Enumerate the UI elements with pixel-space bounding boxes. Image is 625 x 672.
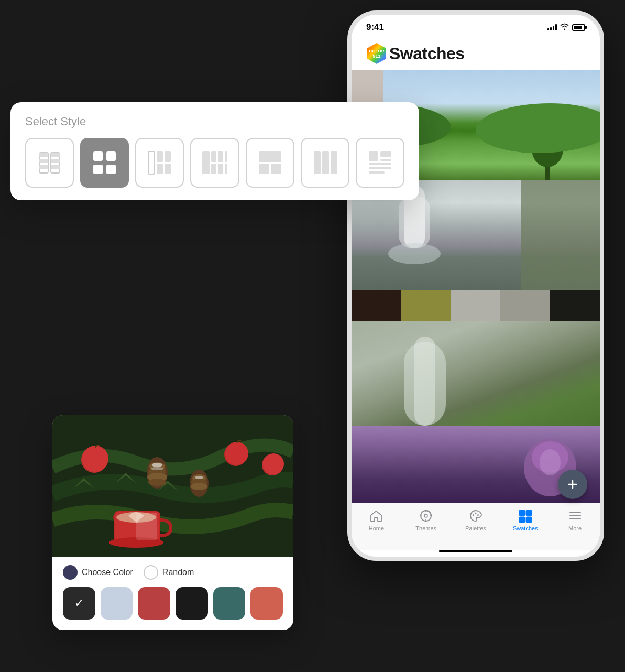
svg-rect-41 (106, 151, 116, 161)
signal-icon (547, 24, 557, 30)
svg-rect-56 (259, 151, 281, 162)
svg-rect-28 (526, 517, 532, 523)
color-swatch-2[interactable] (138, 587, 170, 620)
home-indicator (439, 550, 512, 552)
svg-rect-12 (414, 337, 435, 426)
random-radio[interactable] (144, 565, 158, 580)
svg-rect-57 (259, 164, 269, 174)
svg-rect-63 (380, 151, 391, 157)
svg-rect-58 (271, 164, 281, 174)
battery-icon (572, 24, 585, 31)
style-option-6[interactable] (301, 138, 349, 188)
svg-point-4 (532, 131, 563, 167)
random-label: Random (162, 568, 194, 577)
color-picker-card: Choose Color Random ✓ (52, 415, 293, 630)
svg-rect-46 (157, 164, 163, 174)
moss-rocks (521, 180, 600, 290)
svg-rect-25 (519, 510, 525, 516)
style-option-2[interactable] (80, 138, 129, 188)
moss-photo (352, 321, 600, 426)
svg-point-15 (540, 449, 561, 475)
tab-themes-label: Themes (415, 525, 436, 532)
svg-rect-53 (218, 164, 223, 174)
svg-rect-7 (399, 196, 430, 248)
select-style-title: Select Style (25, 115, 404, 128)
svg-point-72 (225, 442, 248, 465)
swatches-icon (518, 508, 533, 523)
svg-rect-51 (211, 164, 216, 174)
color-swatches-row: ✓ (63, 587, 283, 620)
svg-point-22 (473, 514, 474, 516)
svg-rect-27 (519, 517, 525, 523)
tab-palettes[interactable]: Palettes (451, 508, 501, 532)
svg-rect-67 (369, 171, 385, 174)
svg-point-70 (82, 446, 108, 472)
choose-color-label: Choose Color (82, 568, 133, 577)
style-option-7[interactable] (356, 138, 404, 188)
style-options (25, 138, 404, 188)
color-swatch-0[interactable]: ✓ (63, 587, 95, 620)
svg-point-17 (424, 514, 427, 517)
svg-text:COLOR: COLOR (369, 49, 385, 53)
svg-rect-39 (51, 165, 60, 169)
style-option-4[interactable] (190, 138, 239, 188)
svg-rect-65 (369, 163, 391, 165)
svg-point-86 (195, 476, 203, 479)
waterfall-art (362, 186, 467, 285)
svg-rect-38 (51, 159, 60, 163)
svg-rect-34 (39, 159, 48, 163)
svg-rect-37 (51, 153, 60, 157)
palette-colors-row (352, 290, 600, 321)
tab-swatches[interactable]: Swatches (500, 508, 550, 532)
tab-themes[interactable]: Themes (401, 508, 451, 532)
svg-rect-66 (369, 167, 391, 169)
status-bar: 9:41 (352, 15, 600, 35)
svg-rect-44 (148, 151, 155, 174)
svg-rect-43 (106, 165, 116, 174)
svg-rect-26 (526, 510, 532, 516)
choose-color-option[interactable]: Choose Color (63, 565, 133, 580)
svg-point-23 (475, 513, 476, 514)
svg-rect-55 (225, 164, 227, 174)
svg-rect-54 (225, 151, 227, 162)
picker-scene-art (52, 415, 293, 557)
svg-rect-48 (165, 164, 171, 174)
palettes-icon (468, 508, 483, 523)
svg-point-79 (148, 479, 166, 486)
svg-rect-40 (93, 151, 103, 161)
themes-icon (419, 508, 433, 523)
moss-art (352, 321, 600, 426)
color-swatch-1[interactable] (101, 587, 133, 620)
random-option[interactable]: Random (144, 565, 194, 580)
app-header: COLOR 911 Swatches (352, 35, 600, 70)
svg-rect-60 (322, 151, 329, 174)
tab-home-label: Home (369, 525, 384, 532)
checkmark-icon: ✓ (74, 597, 84, 610)
plus-icon (566, 478, 579, 491)
style-option-5[interactable] (246, 138, 294, 188)
status-icons (547, 23, 585, 31)
svg-point-8 (388, 243, 441, 264)
color-swatch-3[interactable] (176, 587, 208, 620)
select-style-card: Select Style (10, 102, 419, 200)
app-logo: COLOR 911 (364, 41, 389, 66)
svg-point-81 (151, 467, 163, 470)
style-option-1[interactable] (25, 138, 74, 188)
tab-palettes-label: Palettes (465, 525, 486, 532)
tab-swatches-label: Swatches (513, 525, 538, 532)
more-icon (568, 508, 583, 523)
color-swatch-5[interactable] (250, 587, 283, 620)
svg-rect-45 (157, 151, 163, 162)
picker-image (52, 415, 293, 557)
color-swatch-4[interactable] (213, 587, 246, 620)
tab-home[interactable]: Home (352, 508, 401, 532)
svg-rect-9 (521, 180, 600, 290)
svg-point-5 (536, 124, 559, 153)
choose-color-dot (63, 565, 78, 580)
status-time: 9:41 (366, 22, 384, 32)
style-option-3[interactable] (135, 138, 184, 188)
fab-add-button[interactable] (558, 470, 587, 499)
app-title: Swatches (389, 44, 465, 63)
svg-rect-49 (202, 151, 210, 174)
tab-more[interactable]: More (550, 508, 600, 532)
